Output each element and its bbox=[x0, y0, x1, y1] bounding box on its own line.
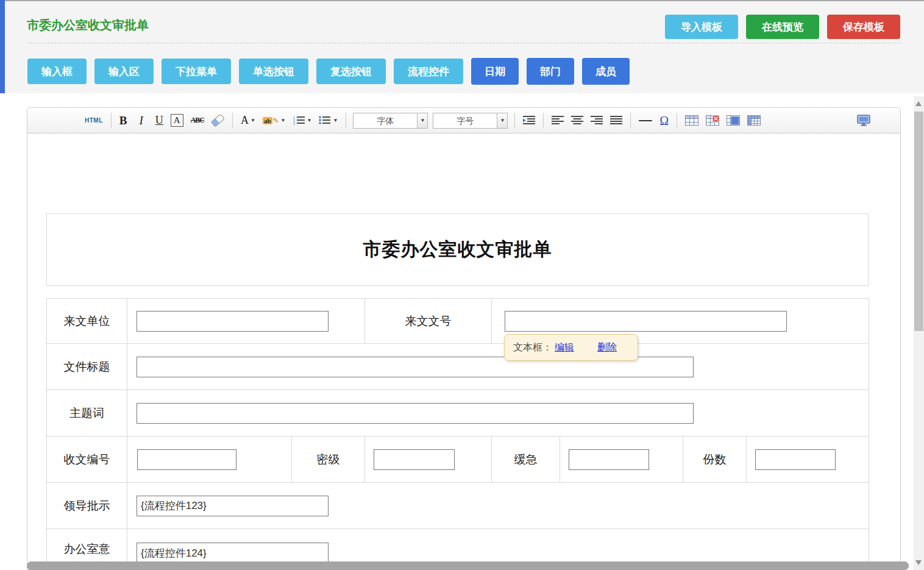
font-family-value: 字体 bbox=[354, 113, 417, 128]
delete-table-button[interactable] bbox=[703, 113, 722, 128]
receipt-number-input[interactable] bbox=[137, 449, 236, 470]
control-member-button[interactable]: 成员 bbox=[582, 58, 630, 85]
online-preview-button[interactable]: 在线预览 bbox=[746, 15, 819, 39]
secrecy-level-input[interactable] bbox=[374, 449, 455, 470]
align-right-button[interactable] bbox=[588, 114, 606, 127]
urgency-input[interactable] bbox=[569, 449, 649, 470]
align-left-button[interactable] bbox=[549, 114, 567, 127]
cell-subject-words bbox=[127, 390, 869, 436]
vertical-scrollbar-thumb[interactable] bbox=[914, 112, 923, 331]
toolbar-separator bbox=[514, 113, 515, 128]
italic-icon: I bbox=[134, 112, 147, 129]
incoming-unit-input[interactable] bbox=[137, 311, 329, 332]
eraser-button[interactable] bbox=[208, 115, 227, 126]
omega-icon: Ω bbox=[659, 115, 669, 127]
horizontal-rule-icon bbox=[639, 120, 652, 121]
underline-button[interactable]: U bbox=[152, 112, 166, 129]
align-right-icon bbox=[591, 116, 603, 125]
italic-button[interactable]: I bbox=[131, 110, 151, 131]
label-incoming-unit: 来文单位 bbox=[47, 299, 127, 344]
save-template-button[interactable]: 保存模板 bbox=[827, 15, 900, 39]
control-radio-button[interactable]: 单选按钮 bbox=[239, 59, 308, 84]
font-frame-button[interactable]: A bbox=[168, 112, 187, 129]
font-color-button[interactable]: A ▼ bbox=[238, 112, 258, 129]
toolbar-separator bbox=[677, 113, 677, 128]
label-leader-instructions: 领导批示 bbox=[47, 483, 127, 529]
monitor-icon bbox=[857, 115, 870, 126]
table-properties-button[interactable] bbox=[744, 113, 764, 128]
scroll-up-arrow-icon[interactable] bbox=[915, 101, 922, 106]
incoming-doc-number-input[interactable] bbox=[505, 311, 787, 332]
editor-canvas[interactable]: 市委办公室收文审批单 来文单位 来文文号 文件标题 bbox=[27, 134, 900, 570]
unordered-list-icon bbox=[319, 116, 331, 125]
control-flow-widget-button[interactable]: 流程控件 bbox=[394, 59, 463, 84]
bold-icon: B bbox=[119, 114, 127, 127]
pencil-icon: ✎ bbox=[273, 116, 279, 125]
horizontal-scrollbar[interactable] bbox=[27, 561, 909, 570]
import-template-button[interactable]: 导入模板 bbox=[665, 15, 738, 39]
highlight-icon: ab bbox=[263, 117, 272, 124]
tooltip-delete-link[interactable]: 删除 bbox=[597, 341, 617, 354]
font-color-icon: A bbox=[241, 114, 249, 127]
font-size-select[interactable]: 字号 ▼ bbox=[433, 113, 508, 129]
cell-document-title bbox=[127, 344, 869, 390]
form-title: 市委办公室收文审批单 bbox=[363, 237, 552, 262]
office-opinion-flow-input[interactable] bbox=[137, 543, 329, 563]
bold-button[interactable]: B bbox=[116, 112, 130, 129]
chevron-down-icon[interactable]: ▼ bbox=[497, 113, 507, 128]
align-justify-button[interactable] bbox=[607, 114, 625, 127]
vertical-scrollbar[interactable] bbox=[914, 96, 924, 570]
label-secrecy-level: 密级 bbox=[292, 436, 365, 483]
html-icon: HTML bbox=[85, 117, 103, 124]
form-control-palette: 输入框 输入区 下拉菜单 单选按钮 复选按钮 流程控件 日期 部门 成员 bbox=[27, 58, 630, 85]
header-divider bbox=[27, 43, 902, 43]
highlight-button[interactable]: ab ✎ ▼ bbox=[260, 115, 289, 127]
scroll-down-arrow-icon[interactable] bbox=[915, 560, 922, 565]
table-row: 文件标题 bbox=[47, 344, 869, 390]
fullscreen-button[interactable] bbox=[854, 113, 873, 128]
editor-toolbar: HTML B I U A ABC A ▼ ab ✎ ▼ bbox=[27, 108, 900, 134]
html-source-button[interactable]: HTML bbox=[82, 115, 106, 126]
toolbar-separator bbox=[346, 113, 346, 128]
boxed-a-icon: A bbox=[171, 114, 183, 127]
strikethrough-icon: ABC bbox=[191, 116, 204, 125]
form-title-cell: 市委办公室收文审批单 bbox=[46, 213, 869, 286]
unordered-list-button[interactable]: ▼ bbox=[316, 114, 341, 127]
control-department-button[interactable]: 部门 bbox=[527, 58, 574, 85]
control-textarea-button[interactable]: 输入区 bbox=[94, 59, 154, 84]
cell-incoming-unit bbox=[127, 299, 365, 344]
chevron-down-icon: ▼ bbox=[251, 118, 255, 123]
merge-cells-button[interactable] bbox=[723, 113, 743, 128]
svg-text:3: 3 bbox=[293, 122, 295, 125]
indent-button[interactable] bbox=[520, 114, 538, 127]
delete-table-icon bbox=[706, 115, 719, 126]
copies-count-input[interactable] bbox=[755, 449, 836, 470]
chevron-down-icon: ▼ bbox=[307, 118, 312, 123]
tooltip-edit-link[interactable]: 编辑 bbox=[555, 341, 574, 354]
toolbar-separator bbox=[232, 113, 233, 128]
label-copies-count: 份数 bbox=[683, 436, 747, 483]
special-char-button[interactable]: Ω bbox=[656, 113, 672, 129]
header-actions: 导入模板 在线预览 保存模板 bbox=[665, 15, 900, 39]
underline-icon: U bbox=[155, 114, 163, 127]
subject-words-input[interactable] bbox=[137, 403, 694, 424]
align-justify-icon bbox=[610, 116, 622, 125]
leader-instructions-flow-input[interactable] bbox=[137, 496, 329, 516]
cell-secrecy-level bbox=[365, 436, 492, 483]
align-center-button[interactable] bbox=[568, 114, 586, 127]
table-row: 主题词 bbox=[47, 390, 869, 436]
cell-leader-instructions bbox=[127, 483, 869, 529]
horizontal-rule-button[interactable] bbox=[636, 118, 655, 123]
table-row: 收文编号 密级 缓急 份数 bbox=[47, 436, 869, 483]
rich-text-editor: HTML B I U A ABC A ▼ ab ✎ ▼ bbox=[27, 107, 901, 570]
control-date-button[interactable]: 日期 bbox=[471, 58, 519, 85]
control-input-box-button[interactable]: 输入框 bbox=[27, 59, 87, 84]
strikethrough-button[interactable]: ABC bbox=[188, 114, 207, 127]
ordered-list-button[interactable]: 1 2 3 ▼ bbox=[290, 114, 315, 127]
eraser-icon bbox=[211, 114, 225, 127]
font-family-select[interactable]: 字体 ▼ bbox=[353, 113, 428, 129]
chevron-down-icon[interactable]: ▼ bbox=[417, 113, 427, 128]
control-dropdown-button[interactable]: 下拉菜单 bbox=[162, 59, 231, 84]
control-checkbox-button[interactable]: 复选按钮 bbox=[316, 59, 386, 84]
insert-table-button[interactable] bbox=[682, 113, 702, 128]
